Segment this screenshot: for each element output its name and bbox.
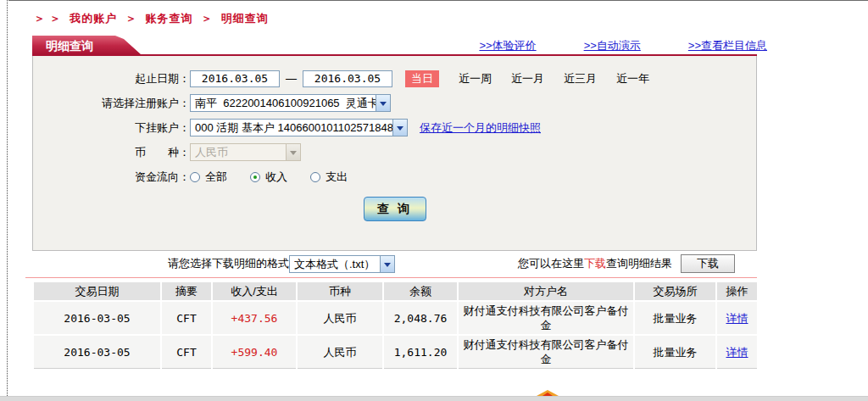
table-row: 2016-03-05 CFT +437.56 人民币 2,048.76 财付通支… (34, 301, 757, 335)
flow-option-all[interactable]: 全部 (190, 170, 227, 185)
cell-date: 2016-03-05 (34, 301, 161, 335)
download-hint: 您可以在这里下载查询明细结果 (518, 256, 672, 271)
sub-account-value: 000 活期 基本户 1406600101102571848 (191, 120, 392, 136)
flow-option-all-label: 全部 (205, 170, 227, 185)
sub-account-label: 下挂账户： (33, 120, 190, 136)
cell-counterparty: 财付通支付科技有限公司客户备付金 (458, 301, 634, 335)
header-operation: 操作 (716, 282, 757, 301)
fund-flow-row: 资金流向： 全部 收入 支出 (33, 164, 756, 189)
currency-label: 币 种： (33, 145, 190, 160)
flow-option-expense[interactable]: 支出 (310, 170, 348, 185)
cell-summary: CFT (161, 335, 212, 369)
cell-currency: 人民币 (297, 301, 383, 335)
breadcrumb-separator-icon: ＞ (201, 12, 213, 25)
date-to-input[interactable] (303, 70, 392, 87)
transaction-table: 交易日期 摘要 收入/支出 币种 余额 对方户名 交易场所 操作 2016-03… (34, 282, 757, 369)
cell-date: 2016-03-05 (34, 335, 161, 369)
today-button[interactable]: 当日 (405, 70, 439, 87)
header-summary: 摘要 (161, 282, 212, 301)
sub-account-row: 下挂账户： 000 活期 基本户 1406600101102571848 保存近… (33, 115, 756, 140)
detail-query-page: ＞ ＞ 我的账户 ＞ 账务查询 ＞ 明细查询 明细查询 >>体验评价 >>自动演… (0, 0, 868, 401)
header-venue: 交易场所 (634, 282, 716, 301)
footer-logo-peak-tip-icon (542, 393, 553, 396)
currency-value: 人民币 (191, 144, 286, 160)
header-links: >>体验评价 >>自动演示 >>查看栏目信息 (32, 38, 767, 53)
date-range-dash: — (286, 72, 297, 85)
range-last-month[interactable]: 近一月 (511, 71, 544, 86)
sub-account-select[interactable]: 000 活期 基本户 1406600101102571848 (190, 119, 408, 136)
register-account-value: 南平 6222001406100921065 灵通卡 (191, 95, 376, 111)
currency-select: 人民币 (190, 143, 301, 161)
chevron-down-icon (392, 120, 407, 136)
header-balance: 余额 (383, 282, 458, 301)
download-format-select[interactable]: 文本格式（.txt） (289, 255, 395, 273)
download-button[interactable]: 下载 (681, 254, 735, 273)
date-range-row: 起止日期： — 当日 近一周 近一月 近三月 近一年 (33, 66, 756, 91)
query-button[interactable]: 查 询 (364, 197, 426, 221)
cell-balance: 2,048.76 (383, 301, 458, 335)
breadcrumb-arrows-icon: ＞ ＞ (34, 12, 62, 25)
download-hint-before: 您可以在这里 (518, 257, 584, 270)
detail-link[interactable]: 详情 (726, 312, 748, 325)
cell-venue: 批量业务 (634, 301, 716, 335)
chevron-down-icon (376, 95, 390, 111)
header-currency: 币种 (297, 282, 383, 301)
flow-option-income[interactable]: 收入 (250, 170, 287, 185)
register-account-select[interactable]: 南平 6222001406100921065 灵通卡 (190, 94, 391, 112)
download-hint-link[interactable]: 下载 (584, 257, 606, 270)
header-income-expense: 收入/支出 (212, 282, 297, 301)
save-snapshot-link[interactable]: 保存近一个月的明细快照 (420, 120, 541, 136)
breadcrumb-item-account-query[interactable]: 账务查询 (146, 12, 193, 25)
date-from-input[interactable] (190, 70, 280, 87)
table-header-row: 交易日期 摘要 收入/支出 币种 余额 对方户名 交易场所 操作 (34, 282, 757, 301)
date-range-label: 起止日期： (33, 71, 190, 86)
link-experience-rating[interactable]: >>体验评价 (479, 38, 536, 53)
top-border-line (8, 0, 868, 1)
cell-amount: +599.40 (212, 335, 297, 369)
fund-flow-label: 资金流向： (33, 170, 190, 185)
cell-amount: +437.56 (212, 301, 297, 335)
link-view-column-info[interactable]: >>查看栏目信息 (688, 38, 767, 53)
cell-balance: 1,611.20 (383, 335, 458, 369)
register-account-label: 请选择注册账户： (33, 96, 190, 111)
query-form-panel: 起止日期： — 当日 近一周 近一月 近三月 近一年 请选择注册账户： 南平 6… (32, 56, 757, 251)
breadcrumb-separator-icon: ＞ (125, 12, 137, 25)
cell-currency: 人民币 (297, 335, 383, 369)
cell-summary: CFT (161, 301, 212, 335)
detail-link[interactable]: 详情 (726, 346, 748, 359)
radio-icon[interactable] (310, 172, 320, 182)
left-dotted-border (7, 0, 8, 401)
range-last-year[interactable]: 近一年 (616, 71, 649, 86)
download-format-value: 文本格式（.txt） (290, 256, 380, 272)
currency-row: 币 种： 人民币 (33, 140, 756, 164)
radio-icon[interactable] (190, 172, 200, 182)
header-transaction-date: 交易日期 (34, 282, 161, 301)
breadcrumb: ＞ ＞ 我的账户 ＞ 账务查询 ＞ 明细查询 (34, 11, 273, 26)
download-format-label: 请您选择下载明细的格式 (168, 256, 289, 271)
flow-option-income-label: 收入 (265, 170, 287, 185)
download-row: 请您选择下载明细的格式 文本格式（.txt） 您可以在这里下载查询明细结果 下载 (32, 253, 757, 275)
flow-option-expense-label: 支出 (326, 170, 348, 185)
download-result-group: 您可以在这里下载查询明细结果 下载 (518, 254, 735, 273)
range-last-3-months[interactable]: 近三月 (564, 71, 597, 86)
header-counterparty: 对方户名 (458, 282, 634, 301)
query-button-row: 查 询 (33, 197, 756, 221)
link-auto-demo[interactable]: >>自动演示 (584, 38, 641, 53)
chevron-down-icon (286, 144, 300, 160)
table-separator-line (25, 277, 757, 278)
footer-bar (0, 396, 868, 401)
table-row: 2016-03-05 CFT +599.40 人民币 1,611.20 财付通支… (34, 335, 757, 369)
chevron-down-icon (380, 256, 394, 272)
cell-venue: 批量业务 (634, 335, 716, 369)
cell-counterparty: 财付通支付科技有限公司客户备付金 (458, 335, 634, 369)
range-last-week[interactable]: 近一周 (459, 71, 492, 86)
download-hint-after: 查询明细结果 (606, 257, 672, 270)
register-account-row: 请选择注册账户： 南平 6222001406100921065 灵通卡 (33, 91, 756, 115)
breadcrumb-item-detail-query[interactable]: 明细查询 (221, 12, 269, 25)
radio-selected-icon[interactable] (250, 172, 260, 182)
breadcrumb-item-my-account[interactable]: 我的账户 (70, 12, 117, 25)
